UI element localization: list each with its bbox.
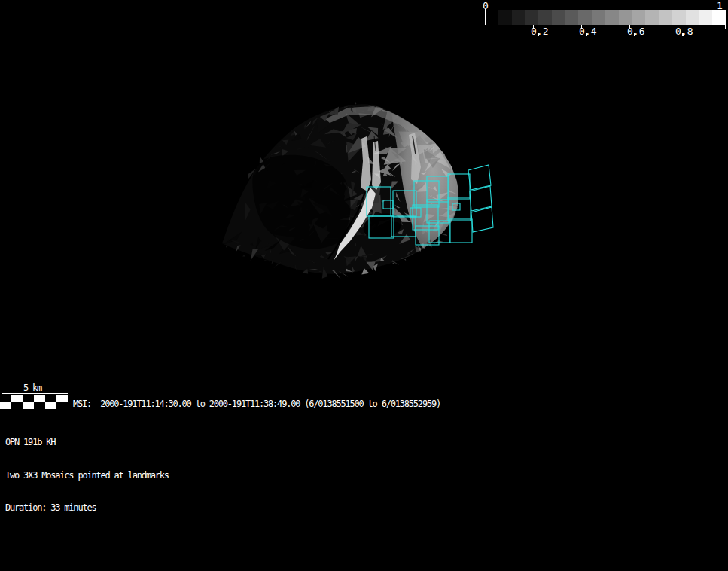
checker-cell bbox=[56, 395, 68, 402]
asteroid-body bbox=[215, 102, 483, 279]
colorbar-cell bbox=[498, 10, 512, 25]
facet bbox=[447, 127, 452, 131]
facet bbox=[404, 259, 406, 261]
facet bbox=[434, 240, 443, 243]
facet bbox=[414, 253, 422, 255]
facet bbox=[457, 225, 471, 230]
checker-cell bbox=[23, 395, 34, 402]
facet bbox=[425, 124, 431, 136]
colorbar-gradient bbox=[485, 10, 726, 25]
colorbar-cell bbox=[578, 10, 592, 25]
checker-cell bbox=[0, 402, 11, 410]
facet bbox=[433, 255, 442, 260]
facet bbox=[292, 111, 298, 121]
facet bbox=[451, 255, 455, 258]
facet bbox=[455, 276, 466, 279]
facet bbox=[472, 174, 480, 180]
facet bbox=[282, 120, 296, 125]
facet bbox=[250, 114, 260, 120]
facet bbox=[432, 261, 442, 271]
facet bbox=[414, 105, 437, 121]
facet bbox=[442, 136, 452, 145]
facet bbox=[437, 102, 448, 104]
facet bbox=[470, 178, 477, 182]
facet bbox=[436, 129, 448, 142]
checker-cell bbox=[45, 395, 56, 402]
facet bbox=[464, 142, 468, 146]
facet bbox=[264, 143, 276, 147]
facet bbox=[252, 127, 264, 139]
facet bbox=[399, 265, 408, 277]
colorbar-tick-label: 0.2 bbox=[531, 26, 548, 36]
facet bbox=[217, 160, 230, 166]
colorbar-cell bbox=[672, 10, 686, 25]
facet bbox=[279, 110, 289, 116]
checker-cell bbox=[56, 402, 68, 410]
colorbar-tick-label: 0.8 bbox=[675, 26, 693, 36]
mosaic-footprint bbox=[449, 219, 472, 243]
scale-bar-line bbox=[2, 393, 68, 394]
colorbar-cell bbox=[699, 10, 713, 25]
colorbar-cell bbox=[538, 10, 552, 25]
mosaic-footprint bbox=[471, 207, 493, 232]
facet bbox=[267, 137, 273, 142]
facet bbox=[398, 267, 407, 271]
colorbar-cell bbox=[552, 10, 565, 25]
colorbar-subtick bbox=[682, 33, 684, 36]
checker-cell bbox=[34, 395, 45, 402]
facet bbox=[446, 133, 462, 140]
facet bbox=[434, 264, 444, 272]
facet bbox=[410, 264, 426, 267]
colorbar-cell bbox=[712, 10, 726, 25]
facet bbox=[281, 105, 286, 108]
colorbar-subtick bbox=[538, 33, 539, 36]
checker-cell bbox=[45, 402, 56, 410]
facet bbox=[342, 274, 367, 277]
facet bbox=[241, 108, 247, 112]
facet bbox=[355, 102, 357, 105]
facet bbox=[294, 118, 303, 121]
mosaic-footprint bbox=[470, 186, 492, 211]
facet bbox=[443, 130, 457, 141]
colorbar-cell bbox=[632, 10, 646, 25]
facet bbox=[431, 258, 435, 270]
status-line: MSI: 2000-191T11:14:30.00 to 2000-191T11… bbox=[73, 399, 440, 408]
info-line-duration: Duration: 33 minutes bbox=[5, 502, 169, 514]
colorbar-subtick bbox=[634, 33, 635, 36]
facet bbox=[460, 176, 462, 176]
colorbar-end-tick bbox=[725, 25, 726, 29]
colorbar-cell bbox=[659, 10, 672, 25]
colorbar-cell bbox=[686, 10, 699, 25]
mosaic-footprint bbox=[468, 165, 491, 190]
facet bbox=[454, 150, 466, 162]
facet bbox=[244, 106, 255, 119]
checker-cell bbox=[11, 395, 23, 402]
facet bbox=[234, 139, 251, 148]
facet bbox=[241, 124, 248, 130]
facet bbox=[391, 263, 394, 264]
facet bbox=[215, 157, 227, 168]
facet bbox=[223, 147, 239, 162]
facet bbox=[438, 130, 449, 140]
facet bbox=[413, 104, 418, 108]
facet bbox=[461, 105, 461, 115]
checker-cell bbox=[23, 402, 34, 410]
colorbar-cell bbox=[605, 10, 619, 25]
facet bbox=[467, 150, 483, 157]
facet bbox=[428, 102, 434, 115]
facet bbox=[441, 249, 454, 257]
checker-cell bbox=[0, 395, 11, 402]
facet bbox=[450, 151, 453, 154]
facet bbox=[306, 105, 315, 112]
facet bbox=[420, 109, 423, 126]
facet bbox=[435, 106, 448, 111]
facet bbox=[456, 116, 469, 120]
colorbar-cell bbox=[485, 10, 498, 25]
facet bbox=[442, 234, 447, 236]
facet bbox=[451, 110, 461, 112]
facet bbox=[437, 121, 446, 125]
colorbar-tick-label: 0.4 bbox=[579, 26, 596, 36]
colorbar-subtick bbox=[586, 33, 587, 36]
facet bbox=[400, 105, 407, 107]
facet bbox=[252, 273, 260, 276]
